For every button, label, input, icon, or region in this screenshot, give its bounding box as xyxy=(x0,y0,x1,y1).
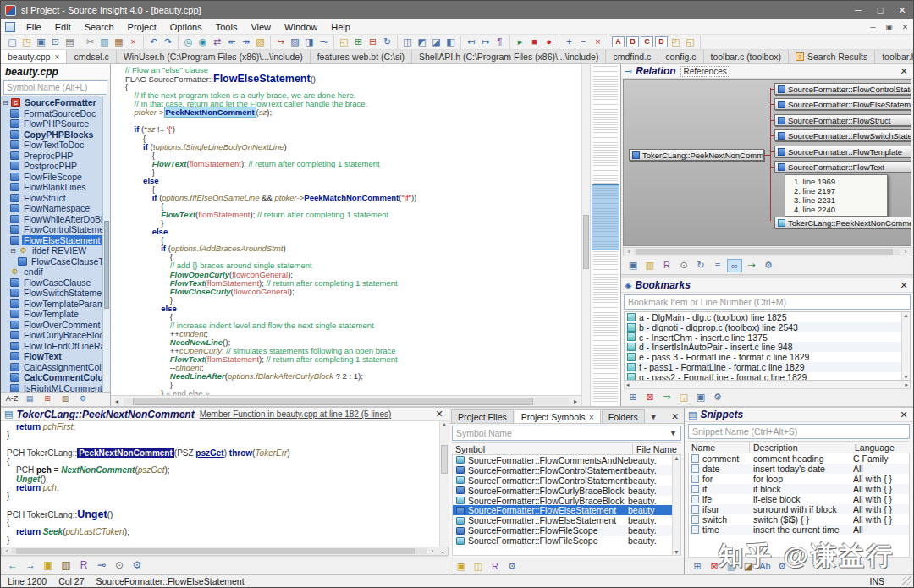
tab-close-icon[interactable]: × xyxy=(589,412,594,422)
save-icon[interactable]: ▣ xyxy=(625,259,641,272)
edit-snippet-icon[interactable]: ◪ xyxy=(741,560,756,574)
relation-occurrence-list[interactable]: 1. line 19692. line 21973. line 22314. l… xyxy=(785,174,888,217)
scroll-right-icon[interactable]: › xyxy=(900,248,911,256)
context-hscrollbar[interactable]: ‹ › ⌄ xyxy=(1,547,449,556)
tree-item-flowstruct[interactable]: FlowStruct xyxy=(1,193,102,204)
tree-item-flownamespace[interactable]: FlowNamespace xyxy=(1,203,102,214)
context-window-icon[interactable]: ◨ xyxy=(302,36,317,49)
book-icon[interactable]: ▥ xyxy=(58,393,73,406)
project-panel-close-icon[interactable]: ✕ xyxy=(668,411,682,423)
undo-icon[interactable]: ↶ xyxy=(146,36,161,49)
bookmarks-hscrollbar[interactable]: ◂▸ xyxy=(624,381,911,389)
navigate-back-icon[interactable]: ← xyxy=(5,559,20,573)
copy-icon[interactable]: ▥ xyxy=(642,259,658,272)
bookmark-item-g-pass2[interactable]: g - pass2 - FormatLine - format.c line 1… xyxy=(625,372,901,380)
editor-hscrollbar[interactable]: ◂ ▸ xyxy=(111,395,581,406)
column-name[interactable]: Name xyxy=(688,442,749,453)
delete-snippet-icon[interactable]: ⊠ xyxy=(707,560,722,574)
occurrence-item[interactable]: 4. line 2240 xyxy=(794,205,882,214)
tree-item-flowblanklines[interactable]: FlowBlankLines xyxy=(1,182,102,193)
tree-item-flowovercomment[interactable]: FlowOverComment xyxy=(1,320,102,331)
close-button[interactable]: ✕ xyxy=(891,1,913,19)
r-macro-icon[interactable]: R xyxy=(659,259,674,272)
symbol-row-flowelsestatement[interactable]: SourceFormatter::FlowElseStatementbeauty… xyxy=(453,515,672,525)
tab-winuser-h-c-program-files-x86-include[interactable]: WinUser.h (C:\Program Files (x86)\...\in… xyxy=(117,50,311,63)
goto-definition-icon[interactable]: ↪ xyxy=(273,36,288,49)
delete-block-icon[interactable]: × xyxy=(591,36,605,49)
relation-hscrollbar[interactable]: ‹ › xyxy=(623,247,911,256)
relation-node-tokerclang-peeknextnoncomment[interactable]: TokerCLang::PeekNextNonComment xyxy=(774,217,911,228)
group-view-icon[interactable]: ⊞ xyxy=(40,393,55,406)
tree-item-preprocphp[interactable]: PreprocPHP xyxy=(1,151,102,162)
collapse-icon[interactable]: ⊟ xyxy=(3,99,10,107)
macro-stop-icon[interactable]: ■ xyxy=(527,36,542,49)
bookmark-item-a-dlgmain[interactable]: a - DlgMain - dlg.c (toolbox) line 1825 xyxy=(625,312,901,322)
child-minimize-button[interactable]: ─ xyxy=(865,20,881,34)
tab-config-c[interactable]: config.c xyxy=(658,50,703,63)
column-language[interactable]: Language xyxy=(851,442,910,453)
scroll-up-icon[interactable]: ▲ xyxy=(902,312,910,318)
bookmark-item-e-pass-3[interactable]: e - pass 3 - FormatLine - format.c line … xyxy=(625,352,901,362)
symbol-row-flowelsestatement[interactable]: SourceFormatter::FlowElseStatementbeauty xyxy=(453,505,672,515)
delete-icon[interactable]: × xyxy=(126,36,140,49)
scrollbar-thumb[interactable] xyxy=(441,445,448,474)
relation-node-current[interactable]: TokerCLang::PeekNextNonComment xyxy=(629,149,764,161)
editor-minimap[interactable] xyxy=(590,64,620,406)
search-files-icon[interactable]: ◉ xyxy=(195,36,210,49)
tree-item-flowtexttodoc[interactable]: FlowTextToDoc xyxy=(1,140,102,151)
tree-item-flowswitchstateme[interactable]: FlowSwitchStateme xyxy=(1,288,102,299)
save-icon[interactable]: ▣ xyxy=(41,559,56,573)
tree-item-isrightmlcomment[interactable]: IsRightMLComment xyxy=(1,383,102,393)
tab-cmdfind-c[interactable]: cmdfind.c xyxy=(606,50,658,63)
relation-node-sourceformatter-flowstruct[interactable]: SourceFormatter::FlowStruct xyxy=(774,114,911,126)
chevron-down-icon[interactable]: ▼ xyxy=(669,429,677,437)
scroll-left-icon[interactable]: ◂ xyxy=(626,382,630,388)
relation-icon[interactable]: ⊸ xyxy=(94,559,109,573)
tree-item-ifdef-review[interactable]: ⊟⚙ifdef REVIEW xyxy=(1,245,102,256)
snippet-row-ifsur[interactable]: ifsursurround with if blockAll with { } xyxy=(689,504,909,514)
menu-search[interactable]: Search xyxy=(78,22,121,32)
filter-icon[interactable]: ◫ xyxy=(471,560,486,574)
view-panels-icon[interactable]: ◫ xyxy=(400,36,415,49)
settings-icon[interactable]: ⚙ xyxy=(710,391,725,404)
condition-b-button[interactable]: B xyxy=(626,36,639,47)
view-browser-icon[interactable]: ◧ xyxy=(443,36,458,49)
scrollbar-thumb[interactable] xyxy=(133,398,533,405)
paste-icon[interactable]: ▦ xyxy=(112,36,126,49)
occurrence-item[interactable]: 1. line 1969 xyxy=(794,177,882,186)
scroll-track[interactable] xyxy=(12,548,427,554)
scroll-track[interactable] xyxy=(634,249,900,255)
file-open-icon[interactable]: ◳ xyxy=(19,36,34,49)
menu-options[interactable]: Options xyxy=(163,22,209,32)
snippet-search-input[interactable]: Snippet Name (Ctrl+Alt+S) xyxy=(688,424,910,439)
save-all-icon[interactable]: ⊡ xyxy=(48,36,63,49)
tab-beauty-cpp[interactable]: beauty.cpp× xyxy=(1,50,67,63)
tab-search-results[interactable]: ?Search Results xyxy=(789,50,875,63)
tree-item-sourceformatter[interactable]: ⊟CSourceFormatter xyxy=(1,97,102,108)
indent-icon[interactable]: ↦ xyxy=(478,36,493,49)
tree-item-flowtemplateparam[interactable]: FlowTemplateParam xyxy=(1,299,102,310)
scroll-left-icon[interactable]: ‹ xyxy=(624,248,634,256)
relation-node-sourceformatter-flowswitchstatement[interactable]: SourceFormatter::FlowSwitchStatement xyxy=(774,129,911,141)
outdent-icon[interactable]: ↤ xyxy=(464,36,478,49)
symbol-row-flowcontrolstatement[interactable]: SourceFormatter::FlowControlStatementbea… xyxy=(453,475,672,486)
project-symbol-search[interactable]: Symbol Name ▼ xyxy=(452,426,681,441)
settings-icon[interactable]: ⚙ xyxy=(774,560,790,574)
snippet-row-ife[interactable]: ifeif-else blockAll with { } xyxy=(689,494,909,504)
search-forward-icon[interactable]: ↠ xyxy=(239,36,253,49)
column-file-name[interactable]: File Name xyxy=(632,444,681,454)
tab-dropdown-icon[interactable]: ▼ xyxy=(646,413,662,423)
save-bookmarks-icon[interactable]: ▣ xyxy=(693,391,708,404)
view-clip-icon[interactable]: ◪ xyxy=(429,36,443,49)
menu-view[interactable]: View xyxy=(244,22,278,32)
tree-item-calccommentcolum[interactable]: CalcCommentColum xyxy=(1,372,102,383)
resize-grip[interactable] xyxy=(902,576,912,586)
scrollbar-thumb[interactable] xyxy=(16,548,415,554)
tree-item-flowcontrolstateme[interactable]: FlowControlStateme xyxy=(1,224,102,235)
sort-alphabetic-icon[interactable]: A-Z xyxy=(4,393,19,406)
insert-snippet-icon[interactable]: Ab xyxy=(757,560,773,574)
tree-item-copyphpblocks[interactable]: CopyPHPBlocks xyxy=(1,129,102,140)
delete-bookmark-icon[interactable]: ⊠ xyxy=(642,391,658,404)
relation-mode-selector[interactable]: References xyxy=(680,66,730,77)
tree-item-flowtoendoflinera[interactable]: FlowToEndOfLineRa xyxy=(1,341,102,352)
